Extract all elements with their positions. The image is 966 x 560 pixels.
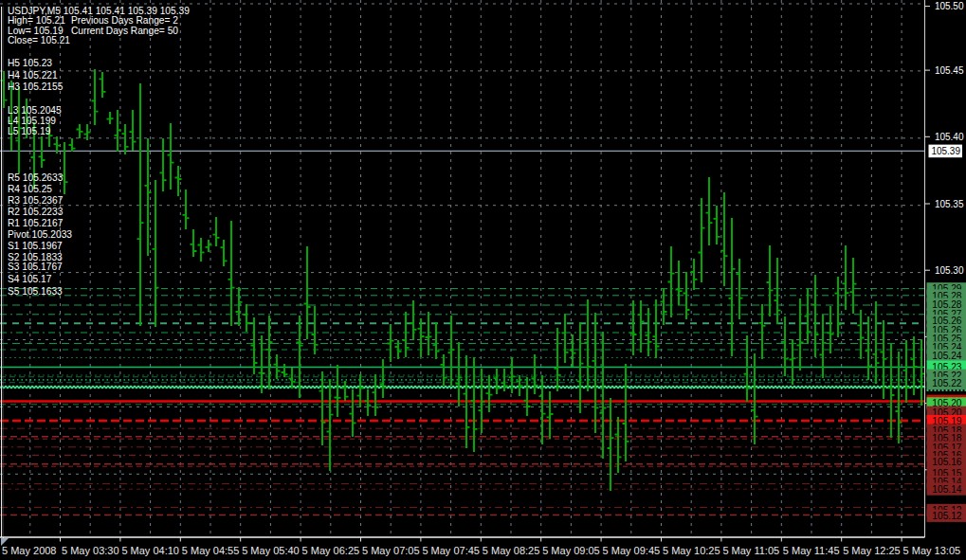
svg-text:5 May 13:05: 5 May 13:05 [903, 545, 961, 556]
svg-text:H4 105.221: H4 105.221 [8, 70, 58, 81]
svg-text:L5 105.19: L5 105.19 [8, 126, 51, 136]
svg-text:105.35: 105.35 [935, 199, 964, 209]
svg-text:Low= 105.19: Low= 105.19 [8, 26, 64, 36]
svg-text:105.24: 105.24 [932, 351, 961, 361]
svg-text:5 May 10:25: 5 May 10:25 [663, 545, 720, 556]
svg-text:S3 105.1767: S3 105.1767 [8, 262, 63, 272]
svg-text:5 May 04:10: 5 May 04:10 [121, 545, 179, 556]
svg-text:5 May 05:40: 5 May 05:40 [242, 545, 300, 556]
svg-text:S2 105.1833: S2 105.1833 [8, 252, 63, 262]
svg-text:5 May 09:45: 5 May 09:45 [603, 545, 661, 556]
svg-text:5 May 03:30: 5 May 03:30 [62, 545, 119, 556]
svg-text:5 May 06:25: 5 May 06:25 [302, 545, 360, 556]
svg-text:5 May 11:45: 5 May 11:45 [783, 545, 840, 556]
svg-text:105.30: 105.30 [935, 265, 964, 276]
svg-text:R2 105.2233: R2 105.2233 [8, 207, 64, 217]
svg-text:L4 105.199: L4 105.199 [8, 116, 56, 126]
svg-text:105.50: 105.50 [935, 1, 964, 11]
svg-text:5 May 12:25: 5 May 12:25 [843, 545, 901, 556]
svg-text:105.40: 105.40 [935, 132, 964, 142]
svg-text:S4 105.17: S4 105.17 [8, 274, 52, 284]
svg-text:105.14: 105.14 [932, 484, 961, 495]
svg-text:5 May 09:05: 5 May 09:05 [542, 545, 600, 556]
svg-text:High= 105.21: High= 105.21 [8, 15, 65, 26]
svg-text:105.22: 105.22 [932, 378, 961, 388]
svg-text:Current Days Range= 50: Current Days Range= 50 [71, 26, 178, 36]
svg-text:5 May 04:55: 5 May 04:55 [182, 545, 240, 556]
svg-text:R5 105.2633: R5 105.2633 [8, 172, 64, 183]
svg-text:105.16: 105.16 [932, 457, 961, 467]
svg-text:S1 105.1967: S1 105.1967 [8, 241, 63, 251]
svg-text:105.12: 105.12 [932, 511, 961, 521]
svg-text:H5 105.23: H5 105.23 [8, 58, 52, 68]
svg-text:5 May 11:05: 5 May 11:05 [722, 545, 779, 556]
svg-text:105.28: 105.28 [932, 299, 961, 310]
svg-text:R1 105.2167: R1 105.2167 [8, 218, 64, 228]
svg-text:5 May 08:25: 5 May 08:25 [483, 545, 540, 556]
svg-text:R4 105.25: R4 105.25 [8, 184, 52, 194]
svg-text:105.45: 105.45 [935, 65, 964, 76]
svg-text:5 May 07:45: 5 May 07:45 [422, 545, 480, 556]
svg-text:Previous Days Range= 2: Previous Days Range= 2 [71, 15, 178, 26]
svg-text:S5 105.1633: S5 105.1633 [8, 286, 63, 297]
svg-text:5 May 07:05: 5 May 07:05 [362, 545, 420, 556]
svg-text:Pivot 105.2033: Pivot 105.2033 [8, 229, 72, 240]
svg-text:H3 105.2155: H3 105.2155 [8, 81, 64, 92]
svg-text:Close= 105.21: Close= 105.21 [8, 35, 70, 45]
svg-text:5 May 2008: 5 May 2008 [2, 545, 56, 556]
svg-text:L3 105.2045: L3 105.2045 [8, 105, 62, 116]
svg-text:105.39: 105.39 [931, 146, 960, 156]
svg-text:R3 105.2367: R3 105.2367 [8, 195, 64, 206]
